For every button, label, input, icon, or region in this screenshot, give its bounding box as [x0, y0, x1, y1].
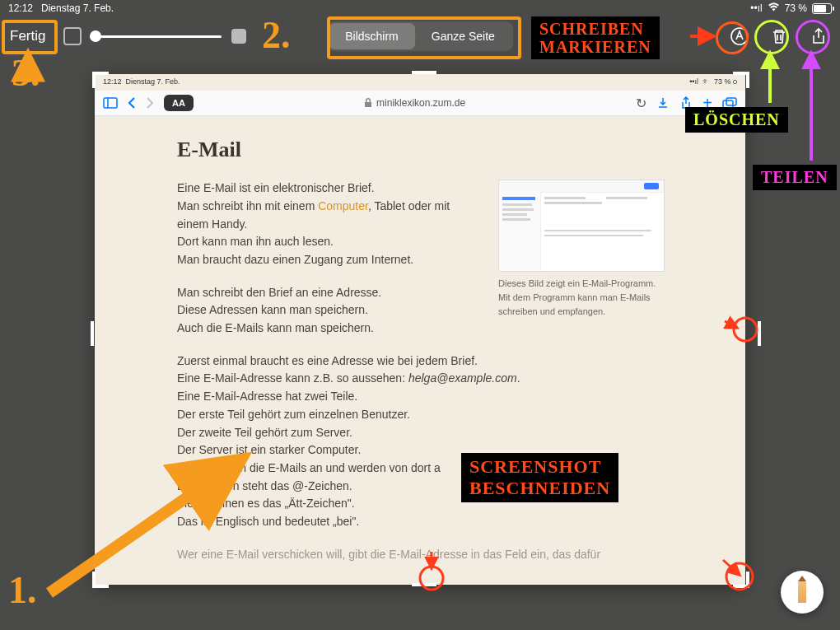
reader-aa-button[interactable]: AA — [164, 95, 194, 111]
sidebar-icon[interactable] — [103, 97, 118, 109]
forward-icon — [146, 97, 154, 109]
svg-rect-4 — [726, 98, 736, 105]
opacity-empty-icon — [63, 27, 82, 45]
article-body: E-Mail Eine E-Mail ist ein elektronische… — [95, 117, 745, 585]
annotation-number-1: 1. — [8, 568, 37, 612]
back-icon[interactable] — [128, 97, 136, 109]
crop-handle-top-left[interactable] — [92, 72, 109, 88]
annotation-number-3: 3. — [12, 51, 40, 95]
email-client-thumbnail — [498, 180, 665, 272]
annotation-label-delete: LÖSCHEN — [685, 107, 788, 133]
annotation-label-crop: SCREENSHOTBESCHNEIDEN — [461, 453, 618, 502]
article-title: E-Mail — [177, 133, 663, 166]
safari-toolbar: AA miniklexikon.zum.de ↻ + — [95, 91, 745, 116]
crop-handle-bottom-right[interactable] — [733, 572, 749, 588]
paragraph-3: Zuerst einmal braucht es eine Adresse wi… — [177, 352, 663, 531]
annotation-box-done — [2, 20, 58, 54]
screenshot-preview[interactable]: 12:12 Dienstag 7. Feb. ••ıl ᯤ 73 % ▢ AA … — [95, 74, 745, 585]
battery-icon — [812, 3, 832, 14]
crop-handle-right[interactable] — [744, 321, 761, 346]
annotation-circle-markup — [716, 21, 749, 54]
battery-percent: 73 % — [785, 2, 807, 14]
paragraph-1: Eine E-Mail ist ein elektronischer Brief… — [177, 180, 475, 268]
annotation-label-write: SCHREIBENMARKIEREN — [531, 16, 660, 59]
annotation-box-segmented — [327, 16, 521, 59]
crop-handle-bottom[interactable] — [412, 583, 436, 600]
crop-handle-left[interactable] — [91, 321, 107, 346]
annotation-circle-trash — [754, 20, 789, 54]
opacity-slider[interactable] — [90, 30, 222, 42]
reload-icon[interactable]: ↻ — [636, 96, 646, 111]
aside-box: Dieses Bild zeigt ein E-Mail-Programm. M… — [498, 180, 663, 319]
annotation-number-2: 2. — [262, 13, 291, 57]
signal-icon: ••ıl — [750, 2, 762, 14]
status-time: 12:12 — [8, 2, 33, 14]
url-bar[interactable]: miniklexikon.zum.de — [203, 97, 626, 109]
pencil-button[interactable] — [781, 571, 824, 614]
annotation-circle-share — [796, 20, 830, 54]
annotation-label-share: TEILEN — [753, 165, 837, 190]
opacity-full-icon — [231, 29, 246, 44]
crop-handle-top[interactable] — [412, 71, 436, 87]
download-icon[interactable] — [656, 96, 670, 110]
paragraph-2: Man schreibt den Brief an eine Adresse. … — [177, 284, 475, 338]
svg-rect-1 — [104, 98, 117, 108]
wifi-icon — [768, 2, 780, 14]
status-date: Dienstag 7. Feb. — [41, 2, 114, 14]
system-status-bar: 12:12 Dienstag 7. Feb. ••ıl 73 % — [0, 0, 840, 16]
paragraph-4-cut: Wer eine E-Mail verschicken will, gibt d… — [177, 546, 663, 564]
image-caption: Dieses Bild zeigt ein E-Mail-Programm. M… — [498, 277, 663, 319]
crop-handle-bottom-left[interactable] — [92, 572, 109, 588]
lock-icon — [364, 98, 372, 108]
link-computer[interactable]: Computer — [318, 199, 368, 212]
crop-handle-top-right[interactable] — [733, 72, 749, 88]
